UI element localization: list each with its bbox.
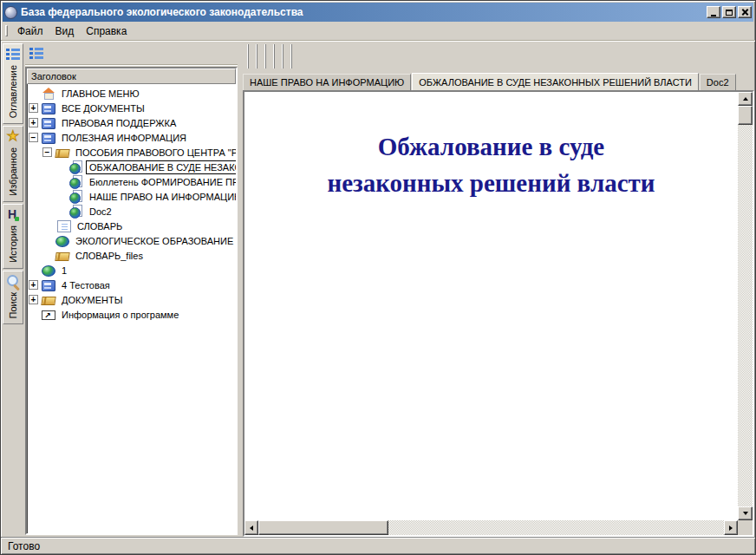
- side-tab-label: История: [8, 225, 18, 263]
- maximize-button[interactable]: [722, 6, 736, 18]
- tree-item-label: 1: [58, 264, 70, 278]
- tree-item-label: 4 Тестовая: [58, 278, 114, 292]
- tree-item-label: ОБЖАЛОВАНИЕ В СУДЕ НЕЗАКО: [86, 160, 236, 174]
- tree-item[interactable]: НАШЕ ПРАВО НА ИНФОРМАЦИЮ: [29, 189, 236, 204]
- globe-page-icon: [69, 175, 83, 189]
- tree-item-label: Бюллетень ФОРМИРОВАНИЕ ПРИ: [86, 175, 236, 189]
- doc-tab-label: ОБЖАЛОВАНИЕ В СУДЕ НЕЗАКОННЫХ РЕШЕНИЙ ВЛ…: [419, 77, 692, 88]
- tree-item[interactable]: Информация о программе: [29, 307, 236, 322]
- tree-item[interactable]: СЛОВАРЬ_files: [29, 248, 236, 263]
- tree-item-label: ГЛАВНОЕ МЕНЮ: [58, 87, 143, 101]
- document-area: Обжалование в суде незаконных решений вл…: [243, 90, 754, 537]
- tree-item-label: ПРАВОВАЯ ПОДДЕРЖКА: [58, 116, 179, 130]
- tree-item-label: ВСЕ ДОКУМЕНТЫ: [58, 101, 148, 115]
- minimize-button[interactable]: [707, 6, 720, 18]
- side-tab-label: Избранное: [8, 147, 18, 196]
- app-window: База федерального экологического законод…: [0, 0, 756, 555]
- tree-item[interactable]: ОБЖАЛОВАНИЕ В СУДЕ НЕЗАКО: [29, 160, 236, 174]
- close-icon: [741, 9, 748, 16]
- contents-tab-icon: [5, 48, 21, 62]
- vertical-scroll-track[interactable]: [738, 125, 753, 506]
- document-title: Обжалование в суде незаконных решений вл…: [244, 128, 738, 201]
- doc-tab[interactable]: НАШЕ ПРАВО НА ИНФОРМАЦИЮ: [243, 74, 411, 90]
- archive-icon: [42, 103, 55, 114]
- menu-item[interactable]: Вид: [49, 23, 81, 39]
- contents-panel: Заголовок ГЛАВНОЕ МЕНЮ + ВСЕ ДОКУМЕНТЫ +: [24, 41, 239, 537]
- tree-item[interactable]: СЛОВАРЬ: [29, 219, 236, 233]
- document-title-line2: незаконных решений власти: [244, 165, 738, 201]
- tree-item[interactable]: − ПОЛЕЗНАЯ ИНФОРМАЦИЯ: [29, 130, 236, 145]
- doc-tab-label: Doc2: [707, 77, 729, 88]
- globe-page-icon: [69, 190, 83, 204]
- contents-icon: [29, 47, 44, 61]
- doc-tab[interactable]: ОБЖАЛОВАНИЕ В СУДЕ НЕЗАКОННЫХ РЕШЕНИЙ ВЛ…: [412, 73, 699, 90]
- scroll-left-button[interactable]: [244, 520, 258, 535]
- menu-bar: ФайлВидСправка: [1, 22, 755, 40]
- maximize-icon: [726, 10, 733, 16]
- book-icon: [55, 252, 69, 261]
- tree-item-label: Doc2: [86, 205, 115, 219]
- side-tab-strip: Оглавление Избранное История Поиск: [1, 41, 24, 537]
- globe-icon: [42, 265, 55, 277]
- horizontal-scroll-track[interactable]: [388, 520, 724, 535]
- minimize-icon: [711, 15, 716, 16]
- tree-item[interactable]: ГЛАВНОЕ МЕНЮ: [29, 86, 236, 101]
- scrollbar-corner: [738, 520, 753, 535]
- favorites-tab-icon: [5, 130, 21, 144]
- tree-item-label: НАШЕ ПРАВО НА ИНФОРМАЦИЮ: [86, 190, 236, 204]
- tree-item-label: СЛОВАРЬ: [74, 219, 126, 233]
- vertical-scroll-thumb[interactable]: [738, 106, 753, 125]
- tree-column-header[interactable]: Заголовок: [27, 69, 236, 84]
- toolbar-group: [248, 44, 253, 69]
- tree-item[interactable]: + ПРАВОВАЯ ПОДДЕРЖКА: [29, 115, 236, 130]
- menu-item[interactable]: Файл: [11, 23, 49, 39]
- tree-expander[interactable]: −: [29, 133, 38, 142]
- window-title: База федерального экологического законод…: [21, 6, 703, 18]
- menu-grip: [5, 25, 8, 36]
- tree-item-label: СЛОВАРЬ_files: [72, 249, 147, 263]
- tree-expander[interactable]: +: [29, 280, 38, 290]
- tree-item[interactable]: − ПОСОБИЯ ПРАВОВОГО ЦЕНТРА "РО: [29, 145, 236, 160]
- toolbar-group: [265, 44, 270, 69]
- horizontal-scrollbar[interactable]: [244, 520, 738, 535]
- status-text: Готово: [8, 540, 40, 552]
- doc-tab[interactable]: Doc2: [700, 74, 736, 90]
- tree-item[interactable]: + ДОКУМЕНТЫ: [29, 292, 236, 307]
- history-tab[interactable]: История: [3, 204, 23, 269]
- menu-item[interactable]: Справка: [80, 23, 133, 39]
- tree-item[interactable]: + 4 Тестовая: [29, 278, 236, 292]
- document-pane: НАШЕ ПРАВО НА ИНФОРМАЦИЮ ОБЖАЛОВАНИЕ В С…: [243, 41, 755, 537]
- main-toolbar: [243, 41, 755, 71]
- contents-pane-toolbar: [25, 42, 238, 65]
- search-tab[interactable]: Поиск: [3, 271, 23, 324]
- tree-item[interactable]: 1: [29, 263, 236, 278]
- toolbar-group: [274, 44, 279, 69]
- close-button[interactable]: [738, 6, 752, 18]
- horizontal-scroll-thumb[interactable]: [258, 520, 388, 535]
- tree-expander[interactable]: +: [29, 295, 38, 304]
- contents-tree: ГЛАВНОЕ МЕНЮ + ВСЕ ДОКУМЕНТЫ + ПРАВОВАЯ …: [27, 84, 236, 533]
- archive-icon: [42, 118, 55, 129]
- home-icon: [42, 87, 55, 101]
- tree-expander[interactable]: −: [42, 147, 52, 157]
- tree-item[interactable]: ЭКОЛОГИЧЕСКОЕ ОБРАЗОВАНИЕ: [29, 233, 236, 248]
- archive-icon: [42, 280, 55, 291]
- tree-item[interactable]: Бюллетень ФОРМИРОВАНИЕ ПРИ: [29, 174, 236, 189]
- contents-view-button[interactable]: [25, 44, 48, 63]
- archive-icon: [42, 133, 55, 144]
- document-title-line1: Обжалование в суде: [244, 128, 738, 165]
- scroll-right-button[interactable]: [724, 520, 738, 535]
- arrow-up-icon: [743, 97, 748, 101]
- scroll-up-button[interactable]: [738, 92, 753, 106]
- globe-icon: [55, 236, 69, 247]
- page-icon: [57, 220, 71, 232]
- tree-expander[interactable]: +: [29, 103, 38, 113]
- favorites-tab[interactable]: Избранное: [3, 126, 23, 202]
- scroll-down-button[interactable]: [738, 506, 753, 520]
- tree-item-label: ДОКУМЕНТЫ: [58, 293, 126, 307]
- contents-tab[interactable]: Оглавление: [3, 43, 23, 124]
- tree-item[interactable]: Doc2: [29, 204, 236, 219]
- tree-expander[interactable]: +: [29, 118, 38, 127]
- tree-item[interactable]: + ВСЕ ДОКУМЕНТЫ: [29, 101, 236, 115]
- vertical-scrollbar[interactable]: [738, 92, 753, 520]
